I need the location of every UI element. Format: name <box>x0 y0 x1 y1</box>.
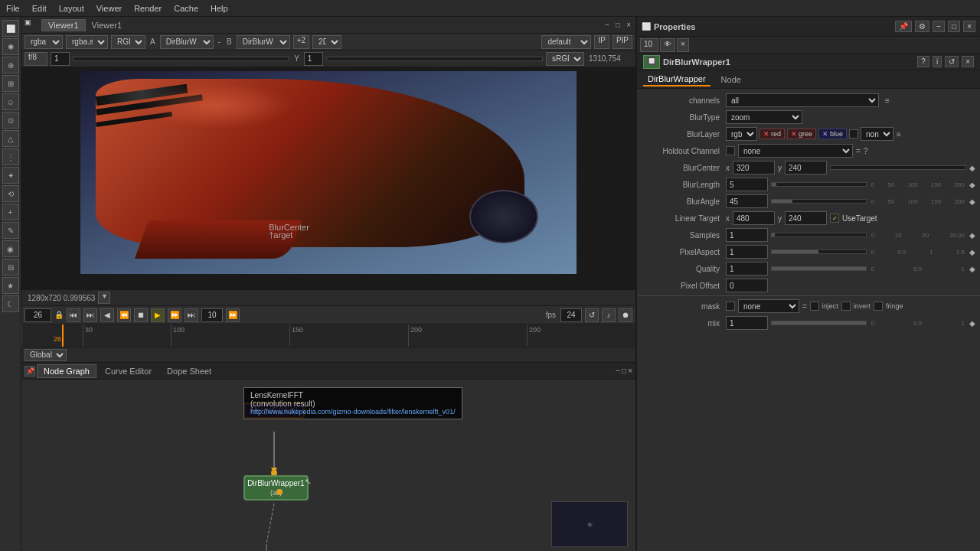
blurangle-input[interactable] <box>726 194 768 208</box>
color-profile-select[interactable]: default <box>541 35 591 49</box>
menu-file[interactable]: File <box>6 4 20 13</box>
blurcenter-slider[interactable] <box>830 165 966 170</box>
pip-btn[interactable]: PIP <box>612 35 632 49</box>
mask-select[interactable]: none <box>738 299 799 313</box>
panel-max-btn[interactable]: □ <box>622 367 626 375</box>
transport-prev[interactable]: ◀ <box>100 308 114 322</box>
menu-cache[interactable]: Cache <box>174 4 198 13</box>
color-mode-select[interactable]: RGB <box>111 35 145 49</box>
transport-next-small[interactable]: ⏩ <box>168 308 181 322</box>
menu-viewer[interactable]: Viewer <box>96 4 122 13</box>
channels-extra-btn[interactable]: ≡ <box>885 96 890 105</box>
node-help-btn[interactable]: ? <box>917 56 929 67</box>
holdout-help-btn[interactable]: ? <box>864 147 868 155</box>
tool-icon-14[interactable]: ★ <box>2 277 19 294</box>
viewer-close-btn[interactable]: × <box>626 21 631 29</box>
menu-layout[interactable]: Layout <box>59 4 84 13</box>
mask-checkbox[interactable] <box>726 302 735 311</box>
lineartarget-checkbox[interactable]: ✓ <box>830 214 839 223</box>
lock-icon[interactable]: 🔒 <box>54 311 64 319</box>
loop-btn[interactable]: ↺ <box>585 308 599 322</box>
node-graph-content[interactable]: LensKernelFFT (convolution result) http:… <box>21 380 635 551</box>
pixelaspect-input[interactable] <box>726 245 768 259</box>
node-reset-btn[interactable]: ↺ <box>945 56 959 67</box>
lineartarget-x-input[interactable] <box>733 211 775 225</box>
panel-pin-icon[interactable]: 📌 <box>24 366 35 377</box>
tool-icon-0[interactable]: ⬜ <box>2 20 19 37</box>
transport-first[interactable]: ⏮ <box>67 308 80 322</box>
props-pin-btn[interactable]: 📌 <box>895 21 912 32</box>
record-btn[interactable]: ⏺ <box>619 308 632 322</box>
blurcenter-x-input[interactable] <box>733 161 775 174</box>
transport-prev-small[interactable]: ⏪ <box>117 308 131 322</box>
ip-btn[interactable]: IP <box>594 35 609 49</box>
props-min-btn[interactable]: − <box>933 21 945 32</box>
tab-dirblur-wrapper[interactable]: DirBlurWrapper <box>643 73 710 86</box>
toolbar-num-btn[interactable]: 10 <box>640 38 658 52</box>
quality-slider[interactable] <box>771 266 867 271</box>
samples-slider[interactable] <box>771 233 867 237</box>
node-icon[interactable]: 🔲 <box>643 55 660 69</box>
channel-red-x[interactable]: ✕ <box>763 130 769 138</box>
tab-node[interactable]: Node <box>717 73 746 86</box>
blurcenter-anim-btn[interactable]: ◆ <box>969 164 975 172</box>
panel-close-btn[interactable]: × <box>628 367 632 375</box>
lineartarget-y-input[interactable] <box>785 211 827 225</box>
tool-icon-13[interactable]: ⊟ <box>2 259 19 276</box>
channel-select-1[interactable]: rgba <box>24 35 63 49</box>
dirblur-node[interactable]: DirBlurWrapper1 (all) <box>243 475 309 500</box>
timeline-ruler[interactable]: 30 100 150 200 200 26 <box>21 324 635 347</box>
plus2-btn[interactable]: +2 <box>293 35 309 49</box>
viewer-tab-2[interactable]: Viewer1 <box>92 21 122 30</box>
fringe-checkbox[interactable] <box>874 302 883 311</box>
blurangle-anim-btn[interactable]: ◆ <box>969 197 975 206</box>
audio-btn[interactable]: ♪ <box>602 308 616 322</box>
inject-checkbox[interactable] <box>810 302 819 311</box>
blurlayer-main-select[interactable]: rgb <box>726 127 757 141</box>
frame-rate-btn[interactable]: f/8 <box>24 52 47 66</box>
channel-select-2[interactable]: rgba.a <box>66 35 108 49</box>
samples-input[interactable] <box>726 228 768 242</box>
blurlength-slider[interactable] <box>771 182 867 187</box>
tool-icon-12[interactable]: ◉ <box>2 240 19 257</box>
global-mode-select[interactable]: Global <box>24 349 67 361</box>
transport-prev-big[interactable]: ⏭ <box>83 308 97 322</box>
props-settings-btn[interactable]: ⚙ <box>915 21 929 32</box>
viewer-max-btn[interactable]: □ <box>616 21 620 29</box>
tool-icon-6[interactable]: △ <box>2 130 19 147</box>
toolbar-eye-btn[interactable]: 👁 <box>660 38 675 52</box>
holdout-checkbox[interactable] <box>726 146 735 155</box>
input-b-select[interactable]: DirBlurW <box>237 35 290 49</box>
mask-eq-btn[interactable]: = <box>802 302 807 311</box>
tool-icon-15[interactable]: ☾ <box>2 295 19 312</box>
tool-icon-5[interactable]: ⊙ <box>2 112 19 129</box>
current-frame-input[interactable] <box>24 308 51 322</box>
transport-next-n[interactable]: ⏩ <box>226 308 240 322</box>
blurlayer-none-select[interactable]: non <box>861 127 893 141</box>
holdout-eq-btn[interactable]: = <box>856 147 861 155</box>
node-info-btn[interactable]: i <box>933 56 942 67</box>
mix-input[interactable] <box>726 316 768 330</box>
viewer-tab-1[interactable]: Viewer1 <box>41 19 86 31</box>
blurtype-select[interactable]: zoom <box>726 110 802 124</box>
blurlength-input[interactable] <box>726 178 768 191</box>
fps-input[interactable] <box>560 308 582 322</box>
viewer-lock-icon[interactable]: ▣ <box>24 18 38 32</box>
viewer-min-btn[interactable]: − <box>605 21 609 29</box>
mix-slider[interactable] <box>771 321 867 325</box>
pixeloffset-input[interactable] <box>726 279 768 292</box>
tool-icon-2[interactable]: ⊕ <box>2 57 19 73</box>
tool-icon-8[interactable]: ✦ <box>2 167 19 184</box>
channel-green-x[interactable]: ✕ <box>791 130 797 138</box>
tool-icon-1[interactable]: ✱ <box>2 38 19 55</box>
tool-icon-11[interactable]: ✎ <box>2 222 19 239</box>
transport-stop[interactable]: ⏹ <box>134 308 148 322</box>
blurangle-slider[interactable] <box>771 199 867 204</box>
view-mode-select[interactable]: 2D <box>312 35 341 49</box>
invert-checkbox[interactable] <box>841 302 851 311</box>
menu-help[interactable]: Help <box>211 4 228 13</box>
tab-node-graph[interactable]: Node Graph <box>37 364 96 378</box>
pixelaspect-anim-btn[interactable]: ◆ <box>969 248 975 256</box>
tab-dope-sheet[interactable]: Dope Sheet <box>160 364 218 378</box>
quality-anim-btn[interactable]: ◆ <box>969 265 975 273</box>
